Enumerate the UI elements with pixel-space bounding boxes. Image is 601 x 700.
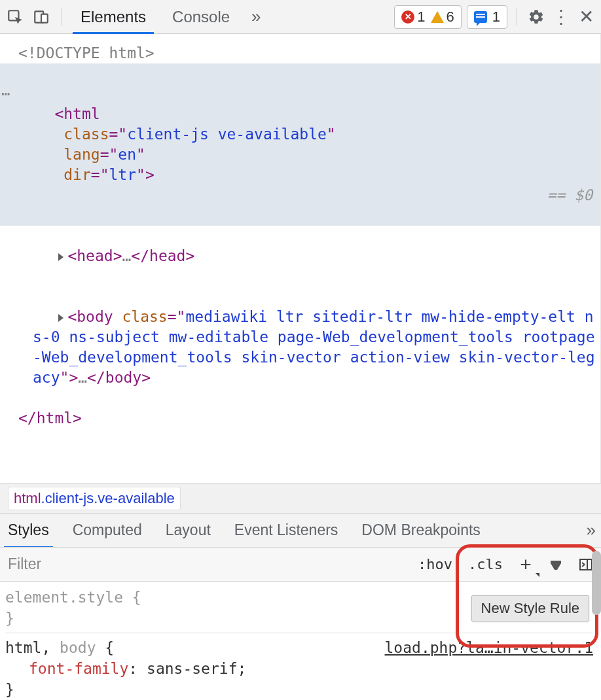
dom-doctype[interactable]: <!DOCTYPE html> <box>0 43 600 63</box>
warning-icon <box>431 11 444 23</box>
breadcrumb-item[interactable]: html.client-js.ve-available <box>8 487 181 510</box>
elements-dom-tree[interactable]: <!DOCTYPE html> ⋯ <html class="client-js… <box>0 34 601 483</box>
inspect-element-icon[interactable] <box>5 7 25 27</box>
expand-triangle-icon[interactable] <box>58 253 64 261</box>
messages-badge[interactable]: 1 <box>467 5 507 29</box>
styles-pane-tabs: Styles Computed Layout Event Listeners D… <box>0 513 601 547</box>
close-devtools-icon[interactable]: ✕ <box>576 7 596 27</box>
new-style-rule-button[interactable]: + <box>511 548 541 581</box>
toolbar-divider-2 <box>517 9 517 26</box>
toolbar-right: ✕ 1 6 1 ⋮ ✕ <box>394 5 596 29</box>
rule-source-link[interactable]: load.php?la…in-vector:1 <box>385 637 594 658</box>
tab-elements[interactable]: Elements <box>67 0 159 33</box>
dom-breadcrumb: html.client-js.ve-available <box>0 483 601 513</box>
new-style-rule-tooltip: New Style Rule <box>471 595 589 621</box>
more-subtabs-icon[interactable]: » <box>587 520 596 540</box>
rule-html-body[interactable]: load.php?la…in-vector:1 html, body { fon… <box>5 637 593 700</box>
styles-filter-input[interactable] <box>0 548 410 581</box>
rule-divider <box>5 633 593 633</box>
styles-format-icon[interactable] <box>541 548 571 581</box>
dom-body-element[interactable]: <body class="mediawiki ltr sitedir-ltr m… <box>0 287 600 408</box>
class-toggle-button[interactable]: .cls <box>460 548 511 581</box>
expand-triangle-icon[interactable] <box>58 314 64 322</box>
kebab-menu-icon[interactable]: ⋮ <box>551 7 571 27</box>
warnings-count: 6 <box>446 9 454 26</box>
console-status-badge[interactable]: ✕ 1 6 <box>394 5 462 29</box>
selected-node-annotation: == $0 <box>547 185 592 205</box>
scrollbar-thumb[interactable] <box>592 551 601 615</box>
tab-console[interactable]: Console <box>159 0 243 33</box>
settings-icon[interactable] <box>526 7 546 27</box>
toolbar-divider <box>62 9 62 26</box>
subtab-event-listeners[interactable]: Event Listeners <box>232 514 341 547</box>
dom-html-close[interactable]: </html> <box>0 408 600 429</box>
ellipsis-icon: ⋯ <box>1 84 10 104</box>
subtab-dom-breakpoints[interactable]: DOM Breakpoints <box>359 514 483 547</box>
warnings-indicator: 6 <box>431 9 454 26</box>
errors-indicator: ✕ 1 <box>401 9 425 26</box>
svg-rect-3 <box>580 559 592 570</box>
subtab-layout[interactable]: Layout <box>163 514 213 547</box>
toolbar-left <box>5 7 66 27</box>
messages-count: 1 <box>492 9 500 26</box>
dom-html-element[interactable]: ⋯ <html class="client-js ve-available" l… <box>0 63 600 226</box>
errors-count: 1 <box>417 9 425 26</box>
svg-rect-2 <box>41 14 48 22</box>
more-tabs-icon[interactable]: » <box>243 0 269 33</box>
device-toolbar-icon[interactable] <box>31 7 51 27</box>
hover-state-button[interactable]: :hov <box>410 548 460 581</box>
main-tabs: Elements Console » <box>67 0 269 33</box>
dom-head-element[interactable]: <head>…</head> <box>0 226 600 287</box>
subtab-computed[interactable]: Computed <box>70 514 145 547</box>
message-icon <box>474 11 487 23</box>
error-icon: ✕ <box>401 10 414 24</box>
styles-toolbar: :hov .cls + <box>0 547 601 581</box>
subtab-styles[interactable]: Styles <box>5 514 52 547</box>
devtools-toolbar: Elements Console » ✕ 1 6 1 ⋮ ✕ <box>0 0 601 34</box>
